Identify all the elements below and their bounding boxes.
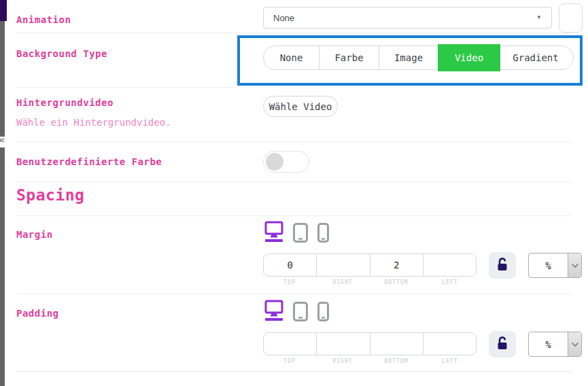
margin-right-caption: RIGHT — [316, 279, 369, 285]
margin-unit-select[interactable]: % — [528, 253, 582, 278]
background-video-description: Wähle ein Hintergrundvideo. — [16, 117, 171, 128]
custom-color-label: Benutzerdefinierte Farbe — [16, 156, 162, 167]
margin-right-input[interactable] — [317, 254, 369, 276]
bg-type-option-image[interactable]: Image — [379, 46, 438, 69]
margin-top-input[interactable] — [264, 254, 316, 276]
tablet-icon[interactable] — [293, 221, 308, 245]
background-page-strip — [0, 0, 5, 386]
margin-inputs — [263, 253, 477, 277]
bg-type-option-farbe[interactable]: Farbe — [319, 46, 379, 69]
bg-type-option-video-selected[interactable]: Video — [438, 44, 500, 71]
background-page-text-fragment: oc — [0, 137, 5, 147]
custom-color-toggle[interactable] — [263, 151, 309, 173]
choose-video-button[interactable]: Wähle Video — [263, 96, 338, 117]
padding-unit-value: % — [529, 332, 568, 356]
caret-down-icon: ▾ — [537, 14, 540, 20]
padding-bottom-caption: BOTTOM — [370, 358, 423, 364]
spacing-heading: Spacing — [16, 186, 84, 204]
tablet-icon[interactable] — [293, 300, 308, 324]
settings-panel: oc Animation None ▾ Background Type None… — [0, 0, 588, 386]
margin-link-values-button[interactable] — [489, 252, 516, 279]
padding-left-caption: LEFT — [423, 358, 477, 364]
margin-bottom-caption: BOTTOM — [370, 279, 423, 285]
padding-link-values-button[interactable] — [489, 331, 516, 357]
desktop-icon[interactable] — [264, 300, 283, 324]
lock-open-icon — [496, 336, 509, 353]
divider — [16, 215, 572, 216]
bg-type-option-none[interactable]: None — [264, 46, 319, 69]
margin-left-caption: LEFT — [423, 279, 477, 285]
margin-top-caption: TOP — [263, 279, 316, 285]
padding-left-input[interactable] — [423, 333, 476, 355]
divider — [16, 141, 572, 142]
margin-bottom-input[interactable] — [370, 254, 423, 276]
margin-unit-value: % — [529, 253, 568, 277]
divider — [16, 371, 572, 372]
animation-label: Animation — [16, 14, 71, 25]
divider — [16, 33, 572, 33]
animation-select[interactable]: None ▾ — [263, 7, 552, 29]
bg-type-option-gradient[interactable]: Gradient — [500, 46, 572, 69]
toggle-knob — [266, 153, 283, 171]
padding-top-input[interactable] — [264, 333, 316, 355]
background-type-button-group: None Farbe Image Video Gradient — [263, 46, 574, 70]
desktop-icon[interactable] — [264, 221, 283, 245]
mini-panel-button[interactable] — [559, 3, 583, 33]
margin-device-switcher — [264, 221, 329, 245]
padding-right-caption: RIGHT — [316, 358, 369, 364]
mobile-icon[interactable] — [317, 300, 329, 324]
padding-bottom-input[interactable] — [370, 333, 423, 355]
padding-top-caption: TOP — [263, 358, 316, 364]
margin-left-input[interactable] — [423, 254, 476, 276]
chevron-down-icon — [568, 253, 581, 277]
chevron-down-icon — [568, 332, 581, 356]
divider — [16, 181, 572, 182]
padding-right-input[interactable] — [317, 333, 369, 355]
animation-select-value: None — [273, 13, 294, 23]
divider — [16, 294, 572, 294]
divider — [16, 87, 235, 88]
padding-device-switcher — [264, 300, 329, 324]
padding-label: Padding — [16, 308, 59, 319]
lock-open-icon — [496, 257, 509, 274]
background-video-label: Hintergrundvideo — [16, 97, 114, 108]
margin-label: Margin — [16, 229, 53, 240]
mobile-icon[interactable] — [317, 221, 329, 245]
padding-inputs — [263, 332, 477, 355]
padding-unit-select[interactable]: % — [528, 332, 582, 357]
background-type-label: Background Type — [16, 48, 107, 59]
background-page-header-strip — [0, 0, 7, 21]
